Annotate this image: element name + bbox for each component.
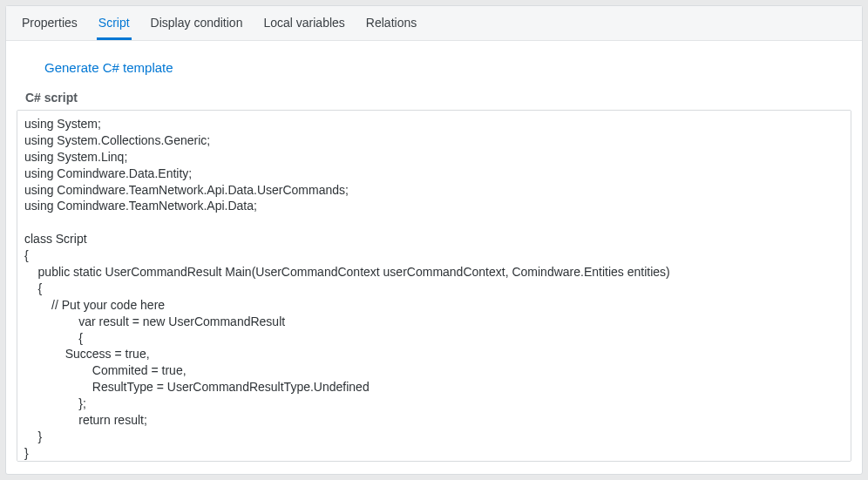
script-editor[interactable]: using System; using System.Collections.G… [17,110,851,462]
tab-properties[interactable]: Properties [20,6,79,40]
tab-relations[interactable]: Relations [364,6,418,40]
generate-template-link[interactable]: Generate С# template [44,60,851,75]
editor-panel: Properties Script Display condition Loca… [5,5,863,475]
tab-local-variables[interactable]: Local variables [261,6,346,40]
tab-content: Generate С# template С# script using Sys… [6,41,862,474]
tab-bar: Properties Script Display condition Loca… [6,6,862,41]
tab-script[interactable]: Script [97,6,132,40]
tab-display-condition[interactable]: Display condition [149,6,245,40]
script-section-label: С# script [25,91,851,105]
